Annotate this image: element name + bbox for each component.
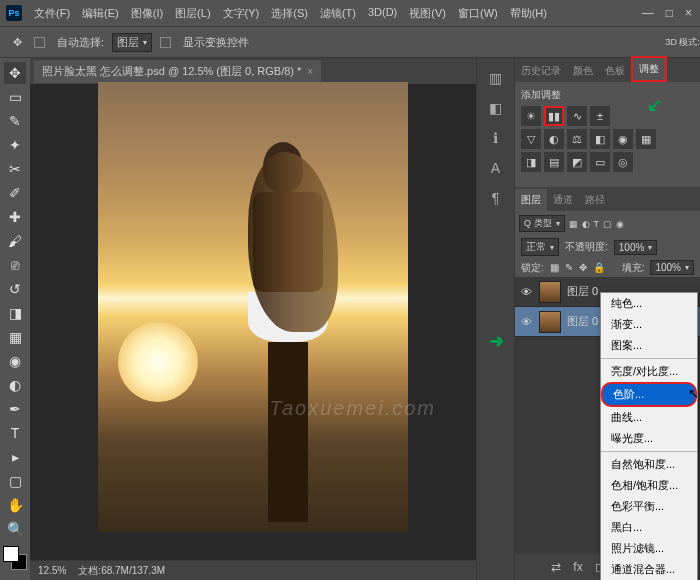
lock-trans-icon[interactable]: ▦ xyxy=(550,262,559,273)
history-brush-tool[interactable]: ↺ xyxy=(4,278,26,300)
channel-mixer-icon[interactable]: ▦ xyxy=(636,129,656,149)
ctx-exposure[interactable]: 曝光度... xyxy=(601,428,697,449)
link-layers-icon[interactable]: ⇄ xyxy=(548,559,564,575)
ctx-gradient[interactable]: 渐变... xyxy=(601,314,697,335)
healing-brush-tool[interactable]: ✚ xyxy=(4,206,26,228)
menu-file[interactable]: 文件(F) xyxy=(30,4,74,23)
layer-style-icon[interactable]: fx xyxy=(570,559,586,575)
hue-sat-icon[interactable]: ◐ xyxy=(544,129,564,149)
marquee-tool[interactable]: ▭ xyxy=(4,86,26,108)
blur-tool[interactable]: ◉ xyxy=(4,350,26,372)
layer-name[interactable]: 图层 0 xyxy=(567,284,598,299)
opacity-value[interactable]: 100% xyxy=(614,240,658,255)
character-icon[interactable]: A xyxy=(486,158,506,178)
menu-filter[interactable]: 滤镜(T) xyxy=(316,4,360,23)
window-minimize-icon[interactable]: — xyxy=(642,6,654,20)
window-close-icon[interactable]: × xyxy=(685,6,692,20)
ctx-levels[interactable]: 色阶...↖ xyxy=(601,382,697,407)
panel-tab-paths[interactable]: 路径 xyxy=(579,189,611,211)
zoom-level[interactable]: 12.5% xyxy=(38,565,66,576)
dodge-tool[interactable]: ◐ xyxy=(4,374,26,396)
invert-icon[interactable]: ◨ xyxy=(521,152,541,172)
document-tab[interactable]: 照片脸太黑 怎么调整.psd @ 12.5% (图层 0, RGB/8) * × xyxy=(34,59,321,83)
color-balance-icon[interactable]: ⚖ xyxy=(567,129,587,149)
layer-filter-dropdown[interactable]: Q 类型 xyxy=(519,215,565,232)
visibility-toggle-icon[interactable]: 👁 xyxy=(519,286,533,298)
exposure-icon[interactable]: ± xyxy=(590,106,610,126)
menu-3d[interactable]: 3D(D) xyxy=(364,4,401,23)
panel-tab-history[interactable]: 历史记录 xyxy=(515,60,567,82)
menu-select[interactable]: 选择(S) xyxy=(267,4,312,23)
paragraph-icon[interactable]: ¶ xyxy=(486,188,506,208)
lock-pixels-icon[interactable]: ✎ xyxy=(565,262,573,273)
blend-mode-dropdown[interactable]: 正常 xyxy=(521,238,559,256)
window-maximize-icon[interactable]: □ xyxy=(666,6,673,20)
menu-window[interactable]: 窗口(W) xyxy=(454,4,502,23)
fill-value[interactable]: 100% xyxy=(650,260,694,275)
vibrance-icon[interactable]: ▽ xyxy=(521,129,541,149)
crop-tool[interactable]: ✂ xyxy=(4,158,26,180)
ctx-bw[interactable]: 黑白... xyxy=(601,517,697,538)
brightness-contrast-icon[interactable]: ☀ xyxy=(521,106,541,126)
zoom-tool[interactable]: 🔍 xyxy=(4,518,26,540)
ctx-channel-mixer[interactable]: 通道混合器... xyxy=(601,559,697,580)
threshold-icon[interactable]: ◩ xyxy=(567,152,587,172)
curves-icon[interactable]: ∿ xyxy=(567,106,587,126)
type-tool[interactable]: T xyxy=(4,422,26,444)
menu-image[interactable]: 图像(I) xyxy=(127,4,167,23)
pen-tool[interactable]: ✒ xyxy=(4,398,26,420)
gradient-map-icon[interactable]: ▭ xyxy=(590,152,610,172)
brush-tool[interactable]: 🖌 xyxy=(4,230,26,252)
histogram-icon[interactable]: ▥ xyxy=(486,68,506,88)
color-swatch[interactable] xyxy=(3,546,27,570)
gradient-tool[interactable]: ▦ xyxy=(4,326,26,348)
path-selection-tool[interactable]: ▸ xyxy=(4,446,26,468)
bw-icon[interactable]: ◧ xyxy=(590,129,610,149)
auto-select-checkbox[interactable] xyxy=(34,37,45,48)
ctx-photo-filter[interactable]: 照片滤镜... xyxy=(601,538,697,559)
close-tab-icon[interactable]: × xyxy=(307,66,313,77)
ctx-pattern[interactable]: 图案... xyxy=(601,335,697,356)
levels-icon[interactable]: ▮▮ xyxy=(544,106,564,126)
shape-tool[interactable]: ▢ xyxy=(4,470,26,492)
info-icon[interactable]: ℹ xyxy=(486,128,506,148)
photo-filter-icon[interactable]: ◉ xyxy=(613,129,633,149)
panel-tab-swatches[interactable]: 色板 xyxy=(599,60,631,82)
eyedropper-tool[interactable]: ✐ xyxy=(4,182,26,204)
filter-smart-icon[interactable]: ◉ xyxy=(616,219,624,229)
menu-help[interactable]: 帮助(H) xyxy=(506,4,551,23)
panel-tab-channels[interactable]: 通道 xyxy=(547,189,579,211)
eraser-tool[interactable]: ◨ xyxy=(4,302,26,324)
ctx-brightness[interactable]: 亮度/对比度... xyxy=(601,361,697,382)
ctx-color-balance[interactable]: 色彩平衡... xyxy=(601,496,697,517)
navigator-icon[interactable]: ◧ xyxy=(486,98,506,118)
lock-all-icon[interactable]: 🔒 xyxy=(593,262,605,273)
filter-type-icon[interactable]: T xyxy=(594,219,600,229)
menu-type[interactable]: 文字(Y) xyxy=(219,4,264,23)
show-transform-checkbox[interactable] xyxy=(160,37,171,48)
panel-tab-layers[interactable]: 图层 xyxy=(515,189,547,211)
filter-shape-icon[interactable]: ▢ xyxy=(603,219,612,229)
canvas[interactable]: Taoxuemei.com xyxy=(30,84,476,560)
menu-layer[interactable]: 图层(L) xyxy=(171,4,214,23)
menu-view[interactable]: 视图(V) xyxy=(405,4,450,23)
layer-thumbnail[interactable] xyxy=(539,311,561,333)
panel-tab-color[interactable]: 颜色 xyxy=(567,60,599,82)
posterize-icon[interactable]: ▤ xyxy=(544,152,564,172)
clone-stamp-tool[interactable]: ⎚ xyxy=(4,254,26,276)
filter-pixel-icon[interactable]: ▦ xyxy=(569,219,578,229)
lock-position-icon[interactable]: ✥ xyxy=(579,262,587,273)
panel-tab-adjustments[interactable]: 调整 xyxy=(631,56,667,82)
visibility-toggle-icon[interactable]: 👁 xyxy=(519,316,533,328)
magic-wand-tool[interactable]: ✦ xyxy=(4,134,26,156)
selective-color-icon[interactable]: ◎ xyxy=(613,152,633,172)
menu-edit[interactable]: 编辑(E) xyxy=(78,4,123,23)
move-tool[interactable]: ✥ xyxy=(4,62,26,84)
ctx-curves[interactable]: 曲线... xyxy=(601,407,697,428)
ctx-hue[interactable]: 色相/饱和度... xyxy=(601,475,697,496)
auto-select-dropdown[interactable]: 图层 xyxy=(112,33,152,52)
layer-thumbnail[interactable] xyxy=(539,281,561,303)
ctx-vibrance[interactable]: 自然饱和度... xyxy=(601,454,697,475)
ctx-solid-color[interactable]: 纯色... xyxy=(601,293,697,314)
lasso-tool[interactable]: ✎ xyxy=(4,110,26,132)
